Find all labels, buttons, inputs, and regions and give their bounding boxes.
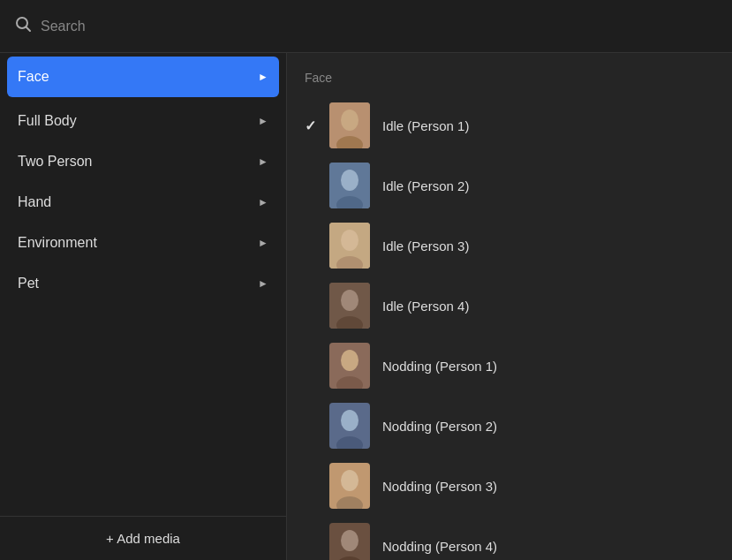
chevron-right-icon: ► — [258, 155, 268, 168]
media-item-nodding-2[interactable]: ✓ Nodding (Person 2) — [287, 396, 732, 456]
thumbnail-nodding-3 — [329, 463, 370, 509]
svg-point-9 — [341, 230, 358, 251]
item-label-nodding-1: Nodding (Person 1) — [382, 359, 497, 374]
media-item-idle-1[interactable]: ✓ Idle (Person 1) — [287, 95, 732, 155]
thumbnail-nodding-2 — [329, 403, 370, 449]
thumbnail-idle-2 — [329, 163, 370, 208]
thumbnail-idle-1 — [329, 102, 370, 148]
item-label-idle-4: Idle (Person 4) — [382, 299, 469, 314]
sidebar-item-label-full-body: Full Body — [18, 113, 77, 129]
sidebar-item-two-person[interactable]: Two Person ► — [0, 141, 286, 182]
thumbnail-nodding-1 — [329, 343, 370, 389]
add-media-label: + Add media — [106, 531, 180, 546]
media-item-idle-3[interactable]: ✓ Idle (Person 3) — [287, 216, 732, 276]
svg-point-21 — [341, 470, 358, 491]
item-label-nodding-4: Nodding (Person 4) — [382, 539, 497, 554]
item-label-idle-2: Idle (Person 2) — [382, 178, 469, 193]
chevron-right-icon: ► — [258, 115, 268, 127]
sidebar-item-full-body[interactable]: Full Body ► — [0, 101, 286, 141]
svg-line-1 — [26, 27, 31, 32]
item-label-nodding-3: Nodding (Person 3) — [382, 479, 497, 494]
svg-point-15 — [341, 350, 358, 371]
svg-point-24 — [341, 530, 358, 551]
sidebar-item-pet[interactable]: Pet ► — [0, 263, 286, 304]
thumbnail-idle-4 — [329, 283, 370, 329]
right-panel: Face ✓ Idle (Person 1) ✓ — [287, 53, 732, 560]
sidebar-item-label-hand: Hand — [18, 194, 51, 210]
svg-point-18 — [341, 410, 358, 431]
sidebar-item-label-face: Face — [18, 69, 49, 85]
media-item-nodding-1[interactable]: ✓ Nodding (Person 1) — [287, 336, 732, 396]
sidebar-item-label-pet: Pet — [18, 276, 39, 291]
thumbnail-nodding-4 — [329, 523, 370, 560]
sidebar-item-label-two-person: Two Person — [18, 154, 92, 170]
chevron-right-icon: ► — [258, 237, 268, 249]
media-item-idle-2[interactable]: ✓ Idle (Person 2) — [287, 155, 732, 216]
media-item-nodding-3[interactable]: ✓ Nodding (Person 3) — [287, 456, 732, 516]
search-icon — [14, 15, 32, 37]
item-label-nodding-2: Nodding (Person 2) — [382, 419, 497, 434]
svg-point-12 — [341, 290, 358, 311]
chevron-right-icon: ► — [258, 196, 268, 208]
thumbnail-idle-3 — [329, 223, 370, 269]
add-media-button[interactable]: + Add media — [0, 516, 286, 560]
svg-point-3 — [341, 110, 358, 131]
sidebar-item-environment[interactable]: Environment ► — [0, 223, 286, 263]
search-bar — [0, 0, 732, 53]
sidebar-item-label-environment: Environment — [18, 235, 97, 251]
sidebar-item-face[interactable]: Face ► — [7, 57, 279, 97]
item-label-idle-1: Idle (Person 1) — [382, 118, 469, 133]
sidebar: Face ► Full Body ► Two Person ► Hand ► E… — [0, 53, 287, 560]
sidebar-items: Face ► Full Body ► Two Person ► Hand ► E… — [0, 53, 286, 516]
section-label: Face — [287, 67, 732, 95]
checkmark-icon: ✓ — [305, 117, 329, 134]
item-label-idle-3: Idle (Person 3) — [382, 238, 469, 254]
sidebar-item-hand[interactable]: Hand ► — [0, 182, 286, 223]
svg-point-6 — [341, 170, 358, 191]
media-item-idle-4[interactable]: ✓ Idle (Person 4) — [287, 276, 732, 336]
media-item-nodding-4[interactable]: ✓ Nodding (Person 4) — [287, 516, 732, 560]
chevron-right-icon: ► — [258, 71, 268, 83]
search-input[interactable] — [41, 19, 718, 34]
chevron-right-icon: ► — [258, 277, 268, 290]
main-content: Face ► Full Body ► Two Person ► Hand ► E… — [0, 53, 732, 560]
